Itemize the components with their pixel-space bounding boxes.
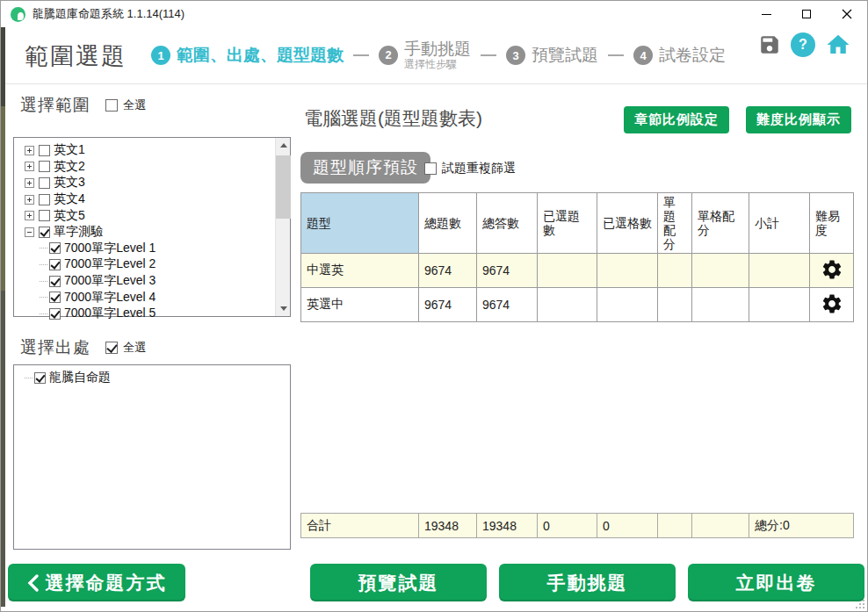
scope-tree-box: 英文1 英文2 英文3 英文4 英文5 xyxy=(13,137,291,317)
step-3-preview[interactable]: 3 預覽試題 xyxy=(506,44,598,67)
totals-total-questions: 19348 xyxy=(419,514,477,538)
expand-minus-icon[interactable] xyxy=(25,227,34,237)
tree-connector xyxy=(40,297,47,298)
step-1-scope[interactable]: 1 範圍、出處、題型題數 xyxy=(151,44,344,67)
close-icon xyxy=(842,9,852,19)
source-title: 選擇出處 xyxy=(20,336,90,359)
tree-item-label: 單字測驗 xyxy=(54,224,103,240)
col-header-points-per-cell: 單格配分 xyxy=(692,193,749,254)
tree-item-english3[interactable]: 英文3 xyxy=(25,175,290,191)
source-select-all-label: 全選 xyxy=(123,340,146,356)
close-button[interactable] xyxy=(827,1,867,27)
scrollbar-thumb[interactable] xyxy=(276,155,291,219)
cell-points-per-question[interactable] xyxy=(658,254,692,288)
minimize-button[interactable] xyxy=(746,1,786,27)
duplicate-filter[interactable]: 試題重複篩選 xyxy=(424,161,516,176)
tree-item-word-test[interactable]: 單字測驗 xyxy=(25,224,290,241)
manual-pick-button[interactable]: 手動挑題 xyxy=(499,564,676,601)
duplicate-filter-checkbox[interactable] xyxy=(424,162,437,175)
step-4-paper-settings[interactable]: 4 試卷設定 xyxy=(633,44,726,67)
tree-item-lungteng-questions[interactable]: 龍騰自命題 xyxy=(25,370,290,386)
tree-item-label: 龍騰自命題 xyxy=(49,370,111,385)
tree-checkbox[interactable] xyxy=(49,276,61,287)
generate-paper-button[interactable]: 立即出卷 xyxy=(688,564,864,601)
tree-checkbox[interactable] xyxy=(49,242,61,254)
preview-questions-button[interactable]: 預覽試題 xyxy=(310,564,487,601)
back-to-mode-button[interactable]: 選擇命題方式 xyxy=(8,564,185,601)
gear-icon xyxy=(821,258,843,281)
scroll-up-icon[interactable] xyxy=(276,138,291,153)
cell-selected-questions[interactable] xyxy=(538,288,597,322)
scroll-down-icon[interactable] xyxy=(276,301,291,316)
type-order-preset-button[interactable]: 題型順序預設 xyxy=(300,152,430,184)
tree-checkbox[interactable] xyxy=(39,194,50,205)
tree-item-label: 英文3 xyxy=(54,175,85,191)
page-header: 範圍選題 1 範圍、出處、題型題數 2 手動挑題 選擇性步驟 3 預覽試題 4 xyxy=(5,27,867,84)
save-icon[interactable] xyxy=(758,33,781,56)
cell-total-answers: 9674 xyxy=(477,254,538,288)
scope-tree-scrollbar[interactable] xyxy=(275,138,290,316)
step-2-manual-pick[interactable]: 2 手動挑題 選擇性步驟 xyxy=(379,40,471,70)
scope-section-header: 選擇範圍 全選 xyxy=(20,94,146,117)
source-select-all-checkbox[interactable] xyxy=(105,342,118,354)
chapter-ratio-button[interactable]: 章節比例設定 xyxy=(624,106,729,133)
tree-checkbox[interactable] xyxy=(49,308,61,320)
tree-checkbox[interactable] xyxy=(39,161,50,172)
tree-checkbox[interactable] xyxy=(49,259,61,270)
col-header-subtotal: 小計 xyxy=(749,193,810,254)
tree-checkbox[interactable] xyxy=(49,292,61,303)
tree-item-label: 7000單字Level 2 xyxy=(64,256,156,272)
maximize-button[interactable] xyxy=(786,1,827,27)
col-header-type: 題型 xyxy=(301,193,419,254)
scope-select-all-checkbox[interactable] xyxy=(105,99,118,112)
back-button-label: 選擇命題方式 xyxy=(46,571,167,595)
tree-checkbox[interactable] xyxy=(39,145,50,156)
cell-selected-cells[interactable] xyxy=(597,288,658,322)
help-button[interactable]: ? xyxy=(791,32,815,57)
tree-checkbox[interactable] xyxy=(39,227,50,238)
step-1-number: 1 xyxy=(151,46,170,65)
tree-item-7000-level3[interactable]: 7000單字Level 3 xyxy=(25,273,290,290)
tree-connector xyxy=(40,313,47,314)
step-2-number: 2 xyxy=(379,46,398,65)
tree-item-7000-level4[interactable]: 7000單字Level 4 xyxy=(25,289,290,306)
wizard-stepper: 1 範圍、出處、題型題數 2 手動挑題 選擇性步驟 3 預覽試題 4 試卷設定 xyxy=(151,27,726,83)
cell-points-per-cell[interactable] xyxy=(692,254,749,288)
question-icon: ? xyxy=(799,37,807,53)
tree-item-7000-level1[interactable]: 7000單字Level 1 xyxy=(25,241,290,257)
background-window-edge xyxy=(1,27,5,607)
expand-plus-icon[interactable] xyxy=(25,195,34,205)
tree-connector xyxy=(40,248,47,248)
difficulty-ratio-button[interactable]: 難度比例顯示 xyxy=(746,106,851,133)
expand-plus-icon[interactable] xyxy=(25,211,34,220)
tree-connector xyxy=(40,264,47,265)
cell-type: 中選英 xyxy=(301,254,419,288)
cell-selected-cells[interactable] xyxy=(597,254,658,288)
expand-plus-icon[interactable] xyxy=(25,178,34,188)
resize-grip[interactable] xyxy=(856,600,864,608)
tree-item-english1[interactable]: 英文1 xyxy=(25,142,290,159)
maximize-icon xyxy=(802,10,811,18)
cell-points-per-cell[interactable] xyxy=(692,288,749,322)
expand-plus-icon[interactable] xyxy=(25,146,34,155)
tree-item-7000-level5[interactable]: 7000單字Level 5 xyxy=(25,306,290,322)
tree-item-english5[interactable]: 英文5 xyxy=(25,207,290,224)
expand-plus-icon[interactable] xyxy=(25,162,34,171)
tree-item-english4[interactable]: 英文4 xyxy=(25,191,290,208)
tree-checkbox[interactable] xyxy=(34,372,46,384)
cell-selected-questions[interactable] xyxy=(538,254,597,288)
difficulty-settings-button[interactable] xyxy=(810,288,854,322)
tree-checkbox[interactable] xyxy=(39,177,50,189)
tree-item-english2[interactable]: 英文2 xyxy=(25,159,290,176)
totals-row: 合計 19348 19348 0 0 總分:0 xyxy=(301,514,854,538)
tree-checkbox[interactable] xyxy=(39,210,50,221)
difficulty-settings-button[interactable] xyxy=(810,254,854,288)
page-title: 範圍選題 xyxy=(25,40,127,72)
home-icon[interactable] xyxy=(825,32,851,58)
title-bar: 龍騰題庫命題系統 1.1.14(114) xyxy=(1,1,867,27)
tree-item-7000-level2[interactable]: 7000單字Level 2 xyxy=(25,256,290,273)
source-tree: 龍騰自命題 xyxy=(14,365,290,386)
totals-selected-cells: 0 xyxy=(597,514,658,538)
cell-points-per-question[interactable] xyxy=(658,288,692,322)
gear-icon xyxy=(821,292,843,315)
